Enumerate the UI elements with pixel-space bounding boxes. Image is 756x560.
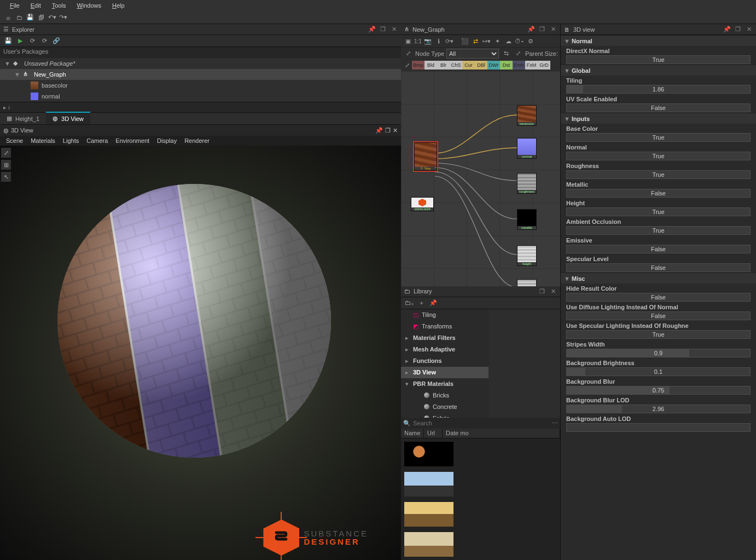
prop-value[interactable]: False <box>566 311 751 320</box>
prop-value[interactable]: 0.75 <box>566 386 751 395</box>
hdri-thumb[interactable] <box>404 472 453 497</box>
twisty-icon[interactable]: ▼ <box>14 71 20 78</box>
save-icon[interactable]: 💾 <box>25 13 35 22</box>
close-icon[interactable]: ✕ <box>390 26 398 33</box>
twisty-icon[interactable]: ▼ <box>564 116 568 122</box>
timing-icon[interactable]: ⏱▾ <box>515 36 525 46</box>
gizmo-icon[interactable]: ⊞ <box>1 160 11 170</box>
save-pkg-icon[interactable]: 💾 <box>3 36 13 46</box>
menu-display[interactable]: Display <box>153 136 181 145</box>
refresh-icon[interactable]: ⟳ <box>27 36 37 46</box>
fit-icon[interactable]: ▣ <box>403 36 413 46</box>
link-icon[interactable]: 🔗 <box>51 36 61 46</box>
twisty-icon[interactable]: ▸ <box>405 369 410 376</box>
menu-lights[interactable]: Lights <box>59 136 83 145</box>
restore-icon[interactable]: ❐ <box>385 127 391 134</box>
chip-bld[interactable]: Bld <box>424 61 437 70</box>
restore-icon[interactable]: ❐ <box>379 26 387 33</box>
lib-item-tiling[interactable]: ◫Tiling <box>401 309 489 321</box>
restore-icon[interactable]: ❐ <box>734 26 742 33</box>
expand-icon[interactable]: ⤢ <box>403 49 413 59</box>
prop-value[interactable]: False <box>566 263 751 272</box>
chip-emb[interactable]: Emb <box>513 61 525 70</box>
chip-chs[interactable]: ChS <box>450 61 462 70</box>
prop-value[interactable]: True <box>566 226 751 235</box>
info-collapse-icon[interactable]: ▸ <box>3 104 7 111</box>
chip-fxm[interactable]: FxM <box>525 61 538 70</box>
play-icon[interactable]: ▶ <box>15 36 25 46</box>
restore-icon[interactable]: ❐ <box>538 287 546 295</box>
menu-windows[interactable]: Windows <box>71 1 107 10</box>
chips-expand-icon[interactable]: ⤢ <box>402 60 412 70</box>
lib-addfilter-icon[interactable]: ＋ <box>416 298 426 308</box>
chip-grd[interactable]: GrD <box>538 61 550 70</box>
prop-value[interactable]: 0.9 <box>566 349 751 357</box>
twisty-icon[interactable]: ▸ <box>405 346 410 353</box>
node-out-metallic[interactable]: metallic <box>517 209 537 230</box>
highlight-icon[interactable]: ⬛ <box>460 36 470 46</box>
node-out-height[interactable]: height <box>517 245 537 266</box>
info-icon[interactable]: ℹ <box>434 36 444 46</box>
wand-icon[interactable]: ✦ <box>493 36 503 46</box>
menu-environment[interactable]: Environment <box>112 136 153 145</box>
prop-value[interactable]: False <box>566 245 751 253</box>
library-thumbs[interactable] <box>401 438 560 560</box>
move-icon[interactable]: ↖ <box>1 172 11 182</box>
section-normal[interactable]: ▼Normal <box>561 35 756 46</box>
menu-tools[interactable]: Tools <box>46 1 72 10</box>
node-out-roughness[interactable]: roughness <box>517 173 537 194</box>
pin-icon[interactable]: 📌 <box>368 26 376 33</box>
node-type-select[interactable]: All <box>446 49 499 59</box>
prop-value[interactable] <box>566 423 751 432</box>
refresh-all-icon[interactable]: ⟳ <box>39 36 49 46</box>
chip-cur[interactable]: Cur <box>462 61 475 70</box>
close-icon[interactable]: ✕ <box>549 287 557 295</box>
col-date[interactable]: Date mo <box>443 429 560 438</box>
section-misc[interactable]: ▼Misc <box>561 273 756 284</box>
lib-pin-icon[interactable]: 📌 <box>428 298 438 308</box>
lib-add-icon[interactable]: 🗀₊ <box>404 298 414 308</box>
swap-icon[interactable]: ⇆ <box>501 49 511 59</box>
lib-item-material-filters[interactable]: ▸Material Filters <box>401 332 489 344</box>
lib-item-functions[interactable]: ▸Functions <box>401 355 489 367</box>
tree-package[interactable]: ▼ ◆ Unsaved Package* <box>0 58 401 69</box>
prop-value[interactable]: 2.96 <box>566 405 751 413</box>
prop-value[interactable]: True <box>566 207 751 216</box>
align-icon[interactable]: ↦▾ <box>482 36 492 46</box>
lib-item-concrete[interactable]: Concrete <box>401 401 489 413</box>
close-icon[interactable]: ✕ <box>745 26 753 33</box>
menu-camera[interactable]: Camera <box>83 136 112 145</box>
menu-help[interactable]: Help <box>107 1 130 10</box>
prop-value[interactable]: False <box>566 189 751 198</box>
twisty-icon[interactable]: ▾ <box>405 380 410 388</box>
tree-output-basecolor[interactable]: basecolor <box>0 80 401 91</box>
node-out-ao[interactable]: ao <box>517 279 537 286</box>
inspector-body[interactable]: ▼NormalDirectX NormalTrue▼GlobalTiling1.… <box>561 35 756 560</box>
parent-expand-icon[interactable]: ⤢ <box>513 49 523 59</box>
settings-icon[interactable]: ⚙ <box>526 36 536 46</box>
prop-value[interactable]: 1.86 <box>566 85 751 94</box>
node-aux[interactable]: 1024x1024 <box>411 197 434 211</box>
menu-edit[interactable]: Edit <box>25 1 46 10</box>
prop-value[interactable]: False <box>566 293 751 302</box>
twisty-icon[interactable]: ▼ <box>564 38 568 44</box>
tab-3dview[interactable]: ◍ 3D View <box>46 112 90 124</box>
menu-renderer[interactable]: Renderer <box>181 136 213 145</box>
tree-output-normal[interactable]: normal <box>0 91 401 102</box>
flow-icon[interactable]: ☁ <box>504 36 514 46</box>
chip-bmp[interactable]: Bmp <box>412 61 424 70</box>
refresh-icon[interactable]: ⟳▾ <box>445 36 455 46</box>
menu-scene[interactable]: Scene <box>2 136 27 145</box>
open-icon[interactable]: 🗀 <box>14 13 24 22</box>
col-name[interactable]: Name <box>401 429 424 438</box>
pin-icon[interactable]: 📌 <box>375 127 383 134</box>
menu-materials[interactable]: Materials <box>27 136 59 145</box>
twisty-icon[interactable]: ▼ <box>564 67 568 74</box>
lib-item-mesh-adaptive[interactable]: ▸Mesh Adaptive <box>401 344 489 355</box>
twisty-icon[interactable]: ▼ <box>4 60 10 67</box>
twisty-icon[interactable]: ▸ <box>405 357 410 365</box>
hswap-icon[interactable]: ⇄ <box>471 36 481 46</box>
prop-value[interactable]: True <box>566 330 751 339</box>
camera-icon[interactable]: 📷 <box>423 36 433 46</box>
node-source[interactable]: ? ?ms <box>414 142 437 171</box>
